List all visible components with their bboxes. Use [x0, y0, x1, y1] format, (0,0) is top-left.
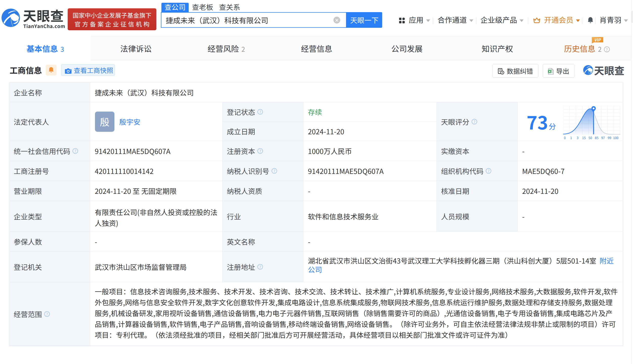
- svg-text:50: 50: [589, 135, 592, 140]
- svg-text:85: 85: [595, 135, 598, 140]
- svg-text:0: 0: [564, 135, 566, 140]
- svg-text:100: 100: [613, 135, 619, 140]
- svg-text:97: 97: [601, 135, 605, 140]
- svg-text:99: 99: [608, 135, 611, 140]
- svg-text:VIP: VIP: [594, 37, 601, 43]
- svg-text:15: 15: [582, 135, 586, 140]
- svg-text:1: 1: [570, 135, 572, 140]
- svg-text:3: 3: [577, 135, 578, 140]
